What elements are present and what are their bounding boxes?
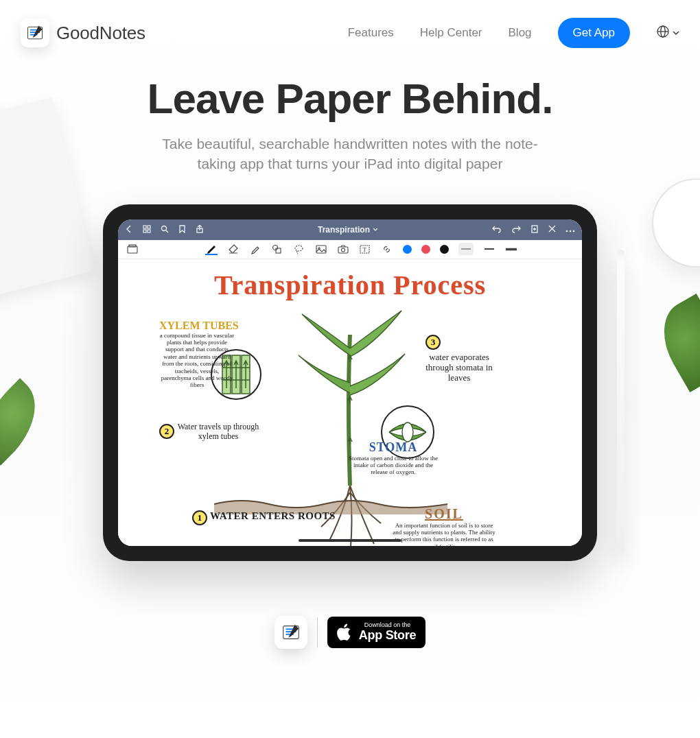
apple-icon [337,623,352,641]
divider [317,617,318,647]
annot-xylem: XYLEM TUBES a compound tissue in vascula… [159,320,239,389]
svg-text:T: T [363,246,367,253]
step-2-text: Water travels up through xylem tubes [177,422,259,442]
add-page-icon[interactable] [530,225,539,235]
svg-rect-28 [338,247,348,253]
logo-icon [21,19,49,47]
shape-tool-icon[interactable] [271,243,283,255]
step-3-text: water evaporates through stomata in leav… [421,353,497,383]
language-selector[interactable] [656,25,679,41]
step-2-badge: 2 [159,424,174,439]
get-app-button[interactable]: Get App [558,18,630,48]
annot-stoma: STOMA Stomata open and close to allow th… [349,440,438,476]
app-titlebar: Transpiration [118,219,582,240]
svg-point-17 [566,230,568,232]
link-tool-icon[interactable] [381,243,393,255]
redo-icon[interactable] [511,225,521,235]
svg-point-23 [273,245,278,250]
stroke-thin-icon[interactable] [458,243,474,255]
download-row: Download on the App Store [0,616,700,649]
appstore-title: App Store [359,628,416,642]
app-icon [275,616,307,649]
svg-rect-7 [143,226,146,228]
ipad-screen: Transpiration [118,219,582,546]
hero-subhead: Take beautiful, searchable handwritten n… [158,134,542,174]
step-1-badge: 1 [192,510,207,525]
bookmark-icon[interactable] [178,225,186,235]
eraser-tool-icon[interactable] [227,243,240,255]
svg-rect-24 [276,248,281,253]
hero-section: Leave Paper Behind. Take beautiful, sear… [0,74,700,649]
hero-headline: Leave Paper Behind. [0,74,700,123]
globe-icon [656,25,670,41]
svg-line-12 [166,230,168,233]
nav-blog[interactable]: Blog [509,26,532,40]
highlighter-tool-icon[interactable] [249,243,261,255]
stroke-med-icon[interactable] [483,243,495,255]
main-nav: Features Help Center Blog Get App [348,18,679,48]
svg-point-29 [341,248,345,252]
nav-help-center[interactable]: Help Center [420,26,482,40]
apple-pencil [617,259,625,554]
stroke-thick-icon[interactable] [505,243,517,255]
chevron-down-icon [673,27,679,39]
document-title[interactable]: Transpiration [318,225,378,235]
site-header: GoodNotes Features Help Center Blog Get … [0,0,700,66]
svg-point-18 [570,230,572,232]
svg-point-42 [402,422,413,442]
text-tool-icon[interactable]: T [359,243,371,255]
camera-tool-icon[interactable] [337,243,349,255]
logo[interactable]: GoodNotes [21,19,145,47]
appstore-pretitle: Download on the [359,622,416,628]
lasso-tool-icon[interactable] [293,243,305,255]
home-indicator [299,539,401,542]
svg-point-25 [295,246,303,251]
image-tool-icon[interactable] [315,243,327,255]
nav-features[interactable]: Features [348,26,394,40]
svg-rect-8 [148,226,150,228]
svg-rect-9 [143,230,146,233]
thumbnails-icon[interactable] [143,225,151,235]
svg-point-19 [573,230,575,232]
svg-rect-26 [316,246,326,253]
pen-tool-icon[interactable] [205,243,218,255]
color-blue[interactable] [403,245,412,254]
ipad-mockup: Transpiration [103,204,597,561]
svg-point-11 [162,226,167,230]
svg-rect-10 [148,230,150,233]
note-title: Transpiration Process [118,259,582,301]
readonly-icon[interactable] [126,243,139,255]
more-icon[interactable] [565,226,575,234]
app-store-button[interactable]: Download on the App Store [327,617,425,648]
share-icon[interactable] [196,225,204,235]
chevron-down-icon [373,227,378,233]
step-3-badge: 3 [425,335,441,350]
close-icon[interactable] [548,225,556,234]
undo-icon[interactable] [492,225,502,235]
color-red[interactable] [421,245,430,254]
annot-soil: SOIL An important function of soil is to… [393,506,495,546]
search-icon[interactable] [161,225,169,235]
step-1-text: water enters roots [210,510,336,522]
note-canvas: Transpiration Process [118,259,582,546]
back-icon[interactable] [125,225,133,235]
logo-text: GoodNotes [56,23,145,44]
color-black[interactable] [440,245,449,254]
app-toolbar: T [118,240,582,259]
